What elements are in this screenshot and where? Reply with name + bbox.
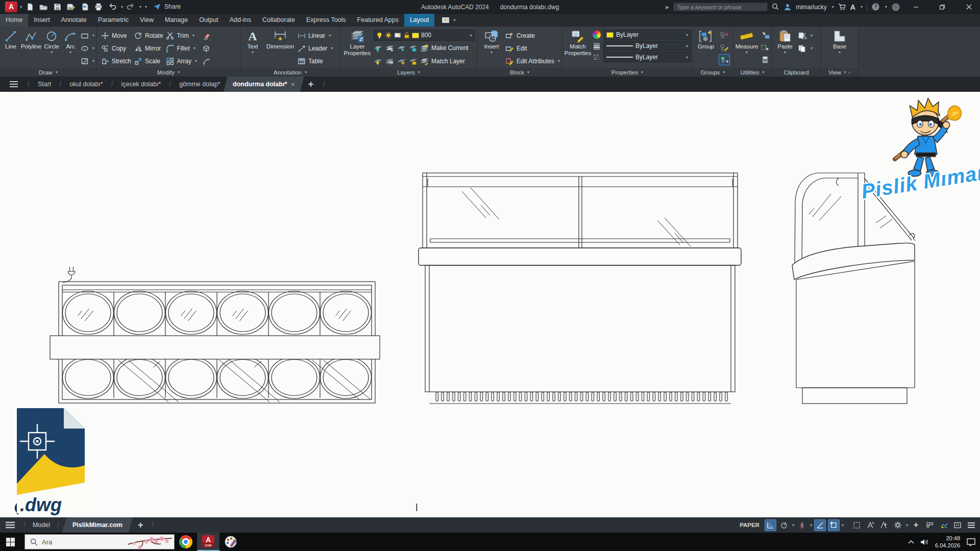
- scale-button[interactable]: Scale: [134, 55, 163, 67]
- status-circle-icon[interactable]: [891, 3, 900, 12]
- offset-button[interactable]: [202, 55, 210, 67]
- linear-dimension-button[interactable]: Linear▾: [298, 30, 333, 41]
- make-current-button[interactable]: Make Current: [420, 44, 469, 52]
- measure-button[interactable]: Measure▾: [736, 28, 758, 68]
- tab-manage[interactable]: Manage: [159, 14, 193, 27]
- restore-button[interactable]: [931, 0, 953, 14]
- create-block-button[interactable]: Create: [505, 30, 560, 41]
- volume-icon[interactable]: [920, 538, 929, 546]
- doctab-icecek-dolabi[interactable]: içecek dolabı*: [117, 81, 165, 88]
- grid-snap-toggle[interactable]: [765, 519, 776, 531]
- ribbon-collapse-icon[interactable]: [442, 17, 450, 23]
- layout-menu-icon[interactable]: [0, 521, 20, 529]
- group-button[interactable]: Group: [695, 28, 717, 68]
- array-button[interactable]: Array▾: [166, 55, 197, 67]
- chrome-taskbar-icon[interactable]: [175, 533, 197, 551]
- tab-home[interactable]: Home: [0, 14, 28, 27]
- paste-button[interactable]: Paste▾: [774, 28, 796, 68]
- table-button[interactable]: Table: [298, 55, 333, 67]
- autodesk-apps-caret-icon[interactable]: ▾: [861, 5, 863, 9]
- hatch-tool-button[interactable]: ▾: [81, 55, 94, 67]
- redo-caret-icon[interactable]: ▾: [139, 5, 141, 9]
- mirror-button[interactable]: Mirror: [134, 42, 163, 54]
- space-toggle-label[interactable]: PAPER: [740, 522, 760, 528]
- undo-caret-icon[interactable]: ▾: [121, 5, 123, 9]
- copy-button[interactable]: Copy: [101, 42, 131, 54]
- ribbon-collapse-caret-icon[interactable]: ▾: [453, 18, 455, 22]
- qat-customize-caret-icon[interactable]: ▾: [145, 5, 147, 9]
- panel-label-draw[interactable]: Draw▾: [0, 68, 96, 77]
- line-button[interactable]: Line: [2, 28, 19, 68]
- layout-tab-pislikmimar[interactable]: PislikMimar.com: [62, 517, 133, 533]
- circle-button[interactable]: Circle▾: [43, 28, 60, 68]
- search-expand-icon[interactable]: ▶: [666, 5, 669, 10]
- layer-select-dropdown[interactable]: 800 ▾: [374, 30, 475, 41]
- status-menu-icon[interactable]: [965, 519, 977, 531]
- store-cart-icon[interactable]: [838, 3, 846, 11]
- insert-block-button[interactable]: Insert▾: [479, 28, 504, 68]
- taskbar-clock[interactable]: 20:48 6.04.2026: [935, 535, 960, 549]
- layer-properties-button[interactable]: Layer Properties: [342, 28, 372, 68]
- action-center-icon[interactable]: [966, 538, 976, 546]
- paint-taskbar-icon[interactable]: [219, 533, 242, 551]
- user-avatar-icon[interactable]: [783, 3, 792, 11]
- close-tab-icon[interactable]: ×: [291, 81, 295, 88]
- lineweight-dropdown[interactable]: ByLayer▾: [603, 41, 691, 51]
- panel-label-clipboard[interactable]: Clipboard: [772, 68, 821, 77]
- new-layout-button[interactable]: +: [133, 519, 149, 531]
- stretch-button[interactable]: Stretch: [101, 55, 131, 67]
- share-icon[interactable]: [151, 1, 163, 12]
- help-caret-icon[interactable]: ▾: [885, 5, 887, 9]
- ungroup-button[interactable]: [719, 30, 730, 41]
- dynamic-input-toggle[interactable]: [778, 519, 790, 531]
- polar-tracking-toggle[interactable]: [814, 519, 826, 531]
- panel-label-block[interactable]: Block▾: [477, 68, 562, 77]
- settings-gear-icon[interactable]: [892, 519, 904, 531]
- polyline-button[interactable]: Polyline: [21, 28, 41, 68]
- doctab-menu-icon[interactable]: [4, 81, 23, 88]
- settings-caret-icon[interactable]: ▾: [906, 523, 908, 528]
- rotate-button[interactable]: Rotate: [134, 30, 163, 41]
- autodesk-apps-icon[interactable]: A: [850, 3, 855, 11]
- base-button[interactable]: Base▾: [827, 28, 852, 68]
- app-menu-caret-icon[interactable]: ▾: [20, 5, 22, 9]
- tab-featured-apps[interactable]: Featured Apps: [352, 14, 404, 27]
- isolate-objects-toggle[interactable]: [924, 519, 936, 531]
- help-icon[interactable]: ?: [871, 3, 880, 11]
- tab-express-tools[interactable]: Express Tools: [301, 14, 352, 27]
- tab-view[interactable]: View: [134, 14, 159, 27]
- arc-button[interactable]: Arc▾: [62, 28, 79, 68]
- tab-collaborate[interactable]: Collaborate: [257, 14, 301, 27]
- start-button[interactable]: [0, 533, 20, 551]
- edit-attributes-button[interactable]: Edit Attributes▾: [505, 55, 560, 67]
- fullscreen-toggle[interactable]: [951, 519, 963, 531]
- search-icon[interactable]: [772, 3, 779, 11]
- select-similar-button[interactable]: [760, 42, 771, 53]
- panel-label-utilities[interactable]: Utilities▾: [733, 68, 771, 77]
- erase-button[interactable]: [202, 30, 210, 41]
- linetype-dropdown[interactable]: ByLayer▾: [603, 52, 691, 62]
- match-properties-button[interactable]: Match Properties: [565, 28, 591, 68]
- graphics-performance-toggle[interactable]: [938, 519, 949, 531]
- quick-select-button[interactable]: [760, 30, 771, 41]
- minimize-button[interactable]: [904, 0, 927, 14]
- doctab-okul-dolabi[interactable]: okul dolabı*: [65, 81, 107, 88]
- doctab-gomme-dolap[interactable]: gömme dolap*: [175, 81, 225, 88]
- panel-label-groups[interactable]: Groups▾: [693, 68, 733, 77]
- dimension-button[interactable]: Dimension: [264, 28, 296, 68]
- model-tab[interactable]: Model: [29, 521, 54, 529]
- username-label[interactable]: mimarlucky: [796, 4, 827, 11]
- ortho-toggle[interactable]: [796, 519, 808, 531]
- share-label[interactable]: Share: [164, 3, 181, 10]
- ellipse-tool-button[interactable]: ▾: [81, 42, 94, 54]
- text-button[interactable]: A Text▾: [242, 28, 263, 68]
- match-layer-button[interactable]: Match Layer: [420, 58, 465, 65]
- autoscale-annotation-toggle[interactable]: [878, 519, 890, 531]
- group-selection-toggle[interactable]: [719, 54, 730, 65]
- tab-output[interactable]: Output: [193, 14, 224, 27]
- user-menu-caret-icon[interactable]: ▾: [832, 5, 834, 9]
- explode-button[interactable]: [202, 42, 210, 54]
- object-snap-toggle[interactable]: [828, 519, 840, 531]
- doctab-dondurma-dolabi[interactable]: dondurma dolabı* ×: [224, 77, 304, 92]
- autocad-app-icon[interactable]: A: [5, 2, 17, 12]
